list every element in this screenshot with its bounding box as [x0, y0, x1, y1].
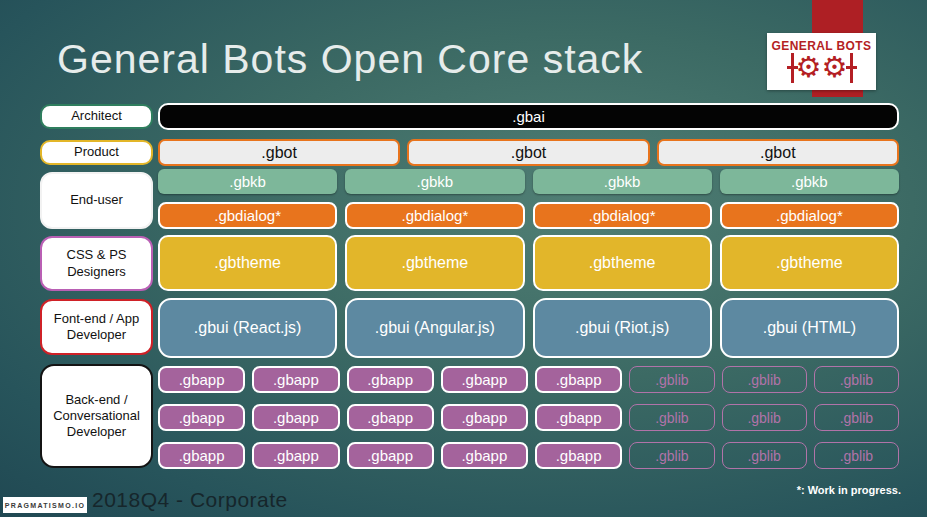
work-in-progress-note: *: Work in progress. [797, 484, 901, 496]
gbtheme-block: .gbtheme [158, 235, 337, 291]
gbui-riot-block: .gbui (Riot.js) [533, 298, 712, 358]
role-label-product: Product [40, 140, 153, 165]
gbapp-block: .gbapp [347, 404, 434, 431]
gbkb-block: .gbkb [345, 169, 524, 194]
gblib-block: .gblib [814, 404, 899, 431]
gbot-block: .gbot [407, 139, 649, 166]
gbdialog-block: .gbdialog* [158, 202, 337, 229]
gblib-block: .gblib [722, 442, 807, 469]
gbtheme-block: .gbtheme [720, 235, 899, 291]
gear-left-bar-icon [791, 53, 794, 83]
role-label-font-end-app-developer: Font-end / App Developer [40, 299, 153, 355]
gbapp-block: .gbapp [535, 404, 622, 431]
gbtheme-row: .gbtheme .gbtheme .gbtheme .gbtheme [158, 235, 899, 291]
gbot-block: .gbot [657, 139, 899, 166]
role-label-architect: Architect [40, 104, 153, 129]
gbot-block: .gbot [158, 139, 400, 166]
logo-gears: ⚙ ⚙ [789, 51, 855, 85]
gbot-row: .gbot .gbot .gbot [158, 139, 899, 166]
gbdialog-block: .gbdialog* [720, 202, 899, 229]
gbapp-block: .gbapp [441, 404, 528, 431]
gbapp-block: .gbapp [347, 366, 434, 393]
gbdialog-block: .gbdialog* [533, 202, 712, 229]
gbapp-block: .gbapp [252, 366, 339, 393]
gbapp-block: .gbapp [252, 404, 339, 431]
gbui-html-block: .gbui (HTML) [720, 298, 899, 358]
backend-row-1: .gbapp .gbapp .gbapp .gbapp .gbapp .gbli… [158, 366, 899, 393]
gbkb-block: .gbkb [533, 169, 712, 194]
gblib-block: .gblib [814, 366, 899, 393]
gbui-row: .gbui (React.js) .gbui (Angular.js) .gbu… [158, 298, 899, 358]
gbdialog-block: .gbdialog* [345, 202, 524, 229]
footer-caption: 2018Q4 - Corporate [92, 488, 288, 512]
gbapp-block: .gbapp [158, 366, 245, 393]
gbdialog-row: .gbdialog* .gbdialog* .gbdialog* .gbdial… [158, 202, 899, 229]
page-title: General Bots Open Core stack [57, 36, 777, 83]
gblib-block: .gblib [629, 404, 714, 431]
general-bots-logo: GENERAL BOTS ⚙ ⚙ [767, 33, 876, 90]
gear-icon: ⚙ [796, 53, 822, 82]
backend-row-3: .gbapp .gbapp .gbapp .gbapp .gbapp .gbli… [158, 442, 899, 469]
gbai-bar: .gbai [158, 103, 899, 130]
gblib-block: .gblib [629, 366, 714, 393]
role-label-css-ps-designers: CSS & PS Designers [40, 236, 153, 291]
gbkb-row: .gbkb .gbkb .gbkb .gbkb [158, 169, 899, 194]
gbtheme-block: .gbtheme [345, 235, 524, 291]
gbapp-block: .gbapp [252, 442, 339, 469]
gbapp-block: .gbapp [535, 442, 622, 469]
role-label-end-user: End-user [40, 172, 153, 229]
slide-canvas: General Bots Open Core stack GENERAL BOT… [0, 0, 927, 517]
gblib-block: .gblib [722, 366, 807, 393]
gblib-block: .gblib [722, 404, 807, 431]
gblib-block: .gblib [814, 442, 899, 469]
gblib-block: .gblib [629, 442, 714, 469]
gbapp-block: .gbapp [441, 366, 528, 393]
gbkb-block: .gbkb [720, 169, 899, 194]
gbapp-block: .gbapp [158, 442, 245, 469]
gear-right-bar-icon [850, 53, 853, 83]
gear-icon: ⚙ [822, 53, 848, 82]
gbapp-block: .gbapp [441, 442, 528, 469]
pragmatismo-badge: PRAGMATISMO.IO [3, 497, 87, 513]
gbtheme-block: .gbtheme [533, 235, 712, 291]
gbkb-block: .gbkb [158, 169, 337, 194]
role-label-back-end-conversational-developer: Back-end / Conversational Developer [40, 364, 153, 468]
gbapp-block: .gbapp [535, 366, 622, 393]
gbui-angular-block: .gbui (Angular.js) [345, 298, 524, 358]
gbapp-block: .gbapp [158, 404, 245, 431]
gbapp-block: .gbapp [347, 442, 434, 469]
gbui-react-block: .gbui (React.js) [158, 298, 337, 358]
backend-row-2: .gbapp .gbapp .gbapp .gbapp .gbapp .gbli… [158, 404, 899, 431]
